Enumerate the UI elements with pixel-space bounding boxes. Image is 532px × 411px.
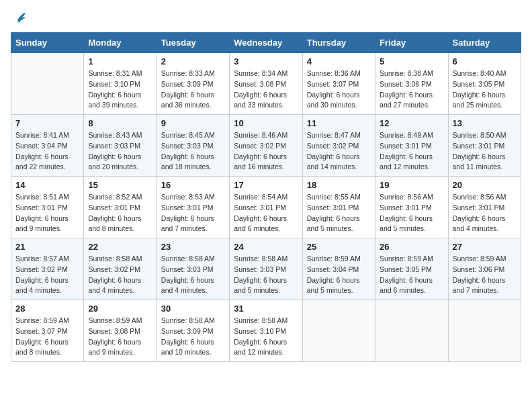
- day-info: Sunrise: 8:59 AMSunset: 3:05 PMDaylight:…: [380, 254, 443, 296]
- sunrise-text: Sunrise: 8:59 AM: [15, 316, 79, 326]
- day-info: Sunrise: 8:59 AMSunset: 3:06 PMDaylight:…: [453, 254, 517, 296]
- sunrise-text: Sunrise: 8:41 AM: [15, 130, 79, 141]
- day-number: 11: [307, 118, 371, 128]
- calendar-cell: 20Sunrise: 8:56 AMSunset: 3:01 PMDayligh…: [448, 177, 521, 238]
- daylight-text: Daylight: 6 hours and 8 minutes.: [88, 214, 152, 235]
- sunset-text: Sunset: 3:10 PM: [88, 79, 152, 90]
- calendar-cell: 8Sunrise: 8:43 AMSunset: 3:03 PMDaylight…: [84, 115, 157, 177]
- day-number: 9: [161, 118, 225, 128]
- day-info: Sunrise: 8:43 AMSunset: 3:03 PMDaylight:…: [88, 130, 152, 173]
- sunrise-text: Sunrise: 8:58 AM: [234, 316, 298, 326]
- day-info: Sunrise: 8:55 AMSunset: 3:01 PMDaylight:…: [307, 192, 371, 234]
- sunset-text: Sunset: 3:07 PM: [307, 79, 371, 90]
- sunset-text: Sunset: 3:01 PM: [453, 141, 517, 152]
- day-number: 17: [234, 180, 298, 190]
- sunset-text: Sunset: 3:04 PM: [15, 141, 79, 152]
- sunrise-text: Sunrise: 8:31 AM: [88, 68, 152, 79]
- daylight-text: Daylight: 6 hours and 9 minutes.: [15, 214, 79, 235]
- sunrise-text: Sunrise: 8:58 AM: [161, 316, 225, 326]
- daylight-text: Daylight: 6 hours and 22 minutes.: [15, 152, 79, 173]
- daylight-text: Daylight: 6 hours and 9 minutes.: [88, 337, 152, 359]
- sunset-text: Sunset: 3:09 PM: [161, 79, 225, 90]
- sunrise-text: Sunrise: 8:34 AM: [234, 68, 298, 79]
- daylight-text: Daylight: 6 hours and 5 minutes.: [380, 214, 443, 235]
- weekday-header-saturday: Saturday: [448, 33, 521, 53]
- daylight-text: Daylight: 6 hours and 4 minutes.: [15, 275, 79, 297]
- sunset-text: Sunset: 3:03 PM: [161, 141, 225, 152]
- calendar-cell: 5Sunrise: 8:38 AMSunset: 3:06 PMDaylight…: [375, 53, 448, 115]
- calendar-cell: 4Sunrise: 8:36 AMSunset: 3:07 PMDaylight…: [302, 53, 375, 115]
- sunrise-text: Sunrise: 8:51 AM: [15, 192, 79, 203]
- sunrise-text: Sunrise: 8:47 AM: [307, 130, 371, 141]
- day-number: 23: [161, 242, 225, 252]
- calendar-cell: [302, 300, 375, 362]
- day-info: Sunrise: 8:41 AMSunset: 3:04 PMDaylight:…: [15, 130, 79, 173]
- day-number: 26: [380, 242, 443, 252]
- weekday-header-sunday: Sunday: [11, 33, 84, 53]
- sunrise-text: Sunrise: 8:59 AM: [307, 254, 371, 265]
- day-number: 27: [453, 242, 517, 252]
- daylight-text: Daylight: 6 hours and 7 minutes.: [161, 214, 225, 235]
- sunrise-text: Sunrise: 8:40 AM: [453, 68, 517, 79]
- calendar-cell: 1Sunrise: 8:31 AMSunset: 3:10 PMDaylight…: [84, 53, 157, 115]
- week-row-5: 28Sunrise: 8:59 AMSunset: 3:07 PMDayligh…: [11, 300, 521, 362]
- logo-bird-icon: [12, 11, 27, 26]
- day-info: Sunrise: 8:58 AMSunset: 3:02 PMDaylight:…: [88, 254, 152, 296]
- day-number: 1: [88, 56, 152, 66]
- daylight-text: Daylight: 6 hours and 30 minutes.: [307, 90, 371, 111]
- sunset-text: Sunset: 3:02 PM: [307, 141, 371, 152]
- daylight-text: Daylight: 6 hours and 11 minutes.: [453, 152, 517, 173]
- calendar-cell: [448, 300, 521, 362]
- daylight-text: Daylight: 6 hours and 39 minutes.: [88, 90, 152, 111]
- logo: [11, 11, 27, 26]
- sunset-text: Sunset: 3:06 PM: [380, 79, 443, 90]
- day-number: 15: [88, 180, 152, 190]
- daylight-text: Daylight: 6 hours and 10 minutes.: [161, 337, 225, 359]
- calendar-cell: 31Sunrise: 8:58 AMSunset: 3:10 PMDayligh…: [230, 300, 302, 362]
- day-info: Sunrise: 8:50 AMSunset: 3:01 PMDaylight:…: [453, 130, 517, 173]
- calendar-cell: 22Sunrise: 8:58 AMSunset: 3:02 PMDayligh…: [84, 238, 157, 300]
- calendar-cell: 23Sunrise: 8:58 AMSunset: 3:03 PMDayligh…: [157, 238, 229, 300]
- day-info: Sunrise: 8:59 AMSunset: 3:04 PMDaylight:…: [307, 254, 371, 296]
- day-info: Sunrise: 8:51 AMSunset: 3:01 PMDaylight:…: [15, 192, 79, 234]
- sunset-text: Sunset: 3:08 PM: [88, 326, 152, 337]
- sunset-text: Sunset: 3:02 PM: [15, 265, 79, 275]
- day-info: Sunrise: 8:46 AMSunset: 3:02 PMDaylight:…: [234, 130, 298, 173]
- daylight-text: Daylight: 6 hours and 5 minutes.: [234, 275, 298, 297]
- daylight-text: Daylight: 6 hours and 6 minutes.: [234, 214, 298, 235]
- daylight-text: Daylight: 6 hours and 25 minutes.: [453, 90, 517, 111]
- sunset-text: Sunset: 3:05 PM: [380, 265, 443, 275]
- sunrise-text: Sunrise: 8:46 AM: [234, 130, 298, 141]
- sunset-text: Sunset: 3:01 PM: [15, 203, 79, 214]
- sunrise-text: Sunrise: 8:33 AM: [161, 68, 225, 79]
- daylight-text: Daylight: 6 hours and 12 minutes.: [234, 337, 298, 359]
- calendar-cell: 19Sunrise: 8:56 AMSunset: 3:01 PMDayligh…: [375, 177, 448, 238]
- calendar-cell: 26Sunrise: 8:59 AMSunset: 3:05 PMDayligh…: [375, 238, 448, 300]
- sunset-text: Sunset: 3:03 PM: [161, 265, 225, 275]
- calendar-table: SundayMondayTuesdayWednesdayThursdayFrid…: [11, 32, 521, 362]
- calendar-cell: 17Sunrise: 8:54 AMSunset: 3:01 PMDayligh…: [230, 177, 302, 238]
- calendar-cell: 16Sunrise: 8:53 AMSunset: 3:01 PMDayligh…: [157, 177, 229, 238]
- day-info: Sunrise: 8:45 AMSunset: 3:03 PMDaylight:…: [161, 130, 225, 173]
- calendar-cell: 7Sunrise: 8:41 AMSunset: 3:04 PMDaylight…: [11, 115, 84, 177]
- day-number: 30: [161, 304, 225, 314]
- sunset-text: Sunset: 3:01 PM: [307, 203, 371, 214]
- daylight-text: Daylight: 6 hours and 33 minutes.: [234, 90, 298, 111]
- sunrise-text: Sunrise: 8:38 AM: [380, 68, 443, 79]
- day-info: Sunrise: 8:49 AMSunset: 3:01 PMDaylight:…: [380, 130, 443, 173]
- day-info: Sunrise: 8:59 AMSunset: 3:07 PMDaylight:…: [15, 316, 79, 358]
- day-number: 21: [15, 242, 79, 252]
- daylight-text: Daylight: 6 hours and 27 minutes.: [380, 90, 443, 111]
- weekday-header-wednesday: Wednesday: [230, 33, 302, 53]
- weekday-header-friday: Friday: [375, 33, 448, 53]
- sunset-text: Sunset: 3:04 PM: [307, 265, 371, 275]
- daylight-text: Daylight: 6 hours and 14 minutes.: [307, 152, 371, 173]
- sunrise-text: Sunrise: 8:49 AM: [380, 130, 443, 141]
- week-row-2: 7Sunrise: 8:41 AMSunset: 3:04 PMDaylight…: [11, 115, 521, 177]
- sunrise-text: Sunrise: 8:53 AM: [161, 192, 225, 203]
- daylight-text: Daylight: 6 hours and 6 minutes.: [380, 275, 443, 297]
- sunrise-text: Sunrise: 8:58 AM: [234, 254, 298, 265]
- sunrise-text: Sunrise: 8:36 AM: [307, 68, 371, 79]
- sunrise-text: Sunrise: 8:59 AM: [88, 316, 152, 326]
- weekday-header-tuesday: Tuesday: [157, 33, 229, 53]
